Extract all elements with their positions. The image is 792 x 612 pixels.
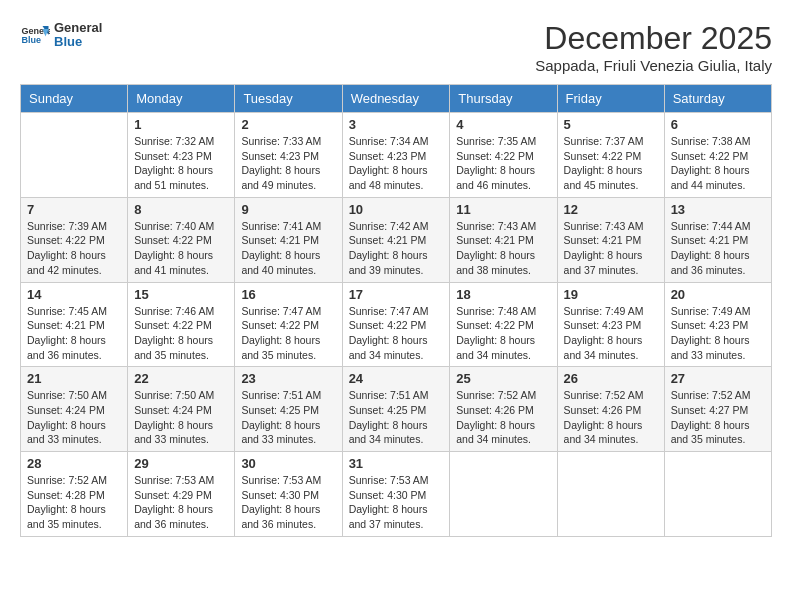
day-info: Sunrise: 7:32 AMSunset: 4:23 PMDaylight:…	[134, 134, 228, 193]
day-info: Sunrise: 7:49 AMSunset: 4:23 PMDaylight:…	[671, 304, 765, 363]
day-number: 22	[134, 371, 228, 386]
day-number: 1	[134, 117, 228, 132]
day-number: 31	[349, 456, 444, 471]
day-number: 12	[564, 202, 658, 217]
logo-icon: General Blue	[20, 20, 50, 50]
calendar-day-cell: 5Sunrise: 7:37 AMSunset: 4:22 PMDaylight…	[557, 113, 664, 198]
day-info: Sunrise: 7:53 AMSunset: 4:29 PMDaylight:…	[134, 473, 228, 532]
day-info: Sunrise: 7:39 AMSunset: 4:22 PMDaylight:…	[27, 219, 121, 278]
day-number: 9	[241, 202, 335, 217]
calendar-day-cell: 1Sunrise: 7:32 AMSunset: 4:23 PMDaylight…	[128, 113, 235, 198]
day-info: Sunrise: 7:49 AMSunset: 4:23 PMDaylight:…	[564, 304, 658, 363]
calendar-day-cell: 4Sunrise: 7:35 AMSunset: 4:22 PMDaylight…	[450, 113, 557, 198]
day-number: 23	[241, 371, 335, 386]
month-title: December 2025	[535, 20, 772, 57]
calendar-day-cell: 14Sunrise: 7:45 AMSunset: 4:21 PMDayligh…	[21, 282, 128, 367]
calendar-day-cell: 12Sunrise: 7:43 AMSunset: 4:21 PMDayligh…	[557, 197, 664, 282]
calendar-day-cell: 7Sunrise: 7:39 AMSunset: 4:22 PMDaylight…	[21, 197, 128, 282]
calendar-table: SundayMondayTuesdayWednesdayThursdayFrid…	[20, 84, 772, 537]
calendar-week-row: 1Sunrise: 7:32 AMSunset: 4:23 PMDaylight…	[21, 113, 772, 198]
day-number: 3	[349, 117, 444, 132]
calendar-day-cell: 15Sunrise: 7:46 AMSunset: 4:22 PMDayligh…	[128, 282, 235, 367]
calendar-week-row: 28Sunrise: 7:52 AMSunset: 4:28 PMDayligh…	[21, 452, 772, 537]
day-info: Sunrise: 7:50 AMSunset: 4:24 PMDaylight:…	[134, 388, 228, 447]
day-info: Sunrise: 7:38 AMSunset: 4:22 PMDaylight:…	[671, 134, 765, 193]
calendar-day-cell	[664, 452, 771, 537]
day-info: Sunrise: 7:53 AMSunset: 4:30 PMDaylight:…	[349, 473, 444, 532]
day-of-week-header: Wednesday	[342, 85, 450, 113]
page-header: General Blue General Blue December 2025 …	[20, 20, 772, 74]
day-number: 19	[564, 287, 658, 302]
title-block: December 2025 Sappada, Friuli Venezia Gi…	[535, 20, 772, 74]
day-of-week-header: Thursday	[450, 85, 557, 113]
day-info: Sunrise: 7:37 AMSunset: 4:22 PMDaylight:…	[564, 134, 658, 193]
day-info: Sunrise: 7:48 AMSunset: 4:22 PMDaylight:…	[456, 304, 550, 363]
day-info: Sunrise: 7:47 AMSunset: 4:22 PMDaylight:…	[349, 304, 444, 363]
day-info: Sunrise: 7:53 AMSunset: 4:30 PMDaylight:…	[241, 473, 335, 532]
day-info: Sunrise: 7:35 AMSunset: 4:22 PMDaylight:…	[456, 134, 550, 193]
calendar-day-cell: 21Sunrise: 7:50 AMSunset: 4:24 PMDayligh…	[21, 367, 128, 452]
day-number: 24	[349, 371, 444, 386]
day-info: Sunrise: 7:52 AMSunset: 4:26 PMDaylight:…	[564, 388, 658, 447]
day-number: 29	[134, 456, 228, 471]
calendar-day-cell: 2Sunrise: 7:33 AMSunset: 4:23 PMDaylight…	[235, 113, 342, 198]
day-info: Sunrise: 7:52 AMSunset: 4:26 PMDaylight:…	[456, 388, 550, 447]
day-number: 7	[27, 202, 121, 217]
calendar-day-cell: 23Sunrise: 7:51 AMSunset: 4:25 PMDayligh…	[235, 367, 342, 452]
logo-general-text: General	[54, 21, 102, 35]
day-number: 18	[456, 287, 550, 302]
day-number: 13	[671, 202, 765, 217]
day-of-week-header: Friday	[557, 85, 664, 113]
day-info: Sunrise: 7:40 AMSunset: 4:22 PMDaylight:…	[134, 219, 228, 278]
day-of-week-header: Tuesday	[235, 85, 342, 113]
day-number: 11	[456, 202, 550, 217]
day-number: 5	[564, 117, 658, 132]
location-title: Sappada, Friuli Venezia Giulia, Italy	[535, 57, 772, 74]
day-info: Sunrise: 7:34 AMSunset: 4:23 PMDaylight:…	[349, 134, 444, 193]
svg-text:Blue: Blue	[22, 35, 42, 45]
calendar-week-row: 21Sunrise: 7:50 AMSunset: 4:24 PMDayligh…	[21, 367, 772, 452]
calendar-day-cell: 29Sunrise: 7:53 AMSunset: 4:29 PMDayligh…	[128, 452, 235, 537]
calendar-day-cell: 11Sunrise: 7:43 AMSunset: 4:21 PMDayligh…	[450, 197, 557, 282]
day-info: Sunrise: 7:43 AMSunset: 4:21 PMDaylight:…	[564, 219, 658, 278]
calendar-day-cell: 25Sunrise: 7:52 AMSunset: 4:26 PMDayligh…	[450, 367, 557, 452]
calendar-day-cell: 9Sunrise: 7:41 AMSunset: 4:21 PMDaylight…	[235, 197, 342, 282]
day-info: Sunrise: 7:50 AMSunset: 4:24 PMDaylight:…	[27, 388, 121, 447]
day-info: Sunrise: 7:47 AMSunset: 4:22 PMDaylight:…	[241, 304, 335, 363]
calendar-day-cell: 8Sunrise: 7:40 AMSunset: 4:22 PMDaylight…	[128, 197, 235, 282]
day-number: 25	[456, 371, 550, 386]
calendar-day-cell: 13Sunrise: 7:44 AMSunset: 4:21 PMDayligh…	[664, 197, 771, 282]
day-number: 16	[241, 287, 335, 302]
day-number: 6	[671, 117, 765, 132]
calendar-week-row: 7Sunrise: 7:39 AMSunset: 4:22 PMDaylight…	[21, 197, 772, 282]
day-info: Sunrise: 7:43 AMSunset: 4:21 PMDaylight:…	[456, 219, 550, 278]
day-info: Sunrise: 7:51 AMSunset: 4:25 PMDaylight:…	[241, 388, 335, 447]
day-number: 28	[27, 456, 121, 471]
day-info: Sunrise: 7:41 AMSunset: 4:21 PMDaylight:…	[241, 219, 335, 278]
day-number: 17	[349, 287, 444, 302]
calendar-day-cell: 31Sunrise: 7:53 AMSunset: 4:30 PMDayligh…	[342, 452, 450, 537]
day-of-week-header: Sunday	[21, 85, 128, 113]
day-number: 10	[349, 202, 444, 217]
day-info: Sunrise: 7:46 AMSunset: 4:22 PMDaylight:…	[134, 304, 228, 363]
calendar-header-row: SundayMondayTuesdayWednesdayThursdayFrid…	[21, 85, 772, 113]
day-info: Sunrise: 7:52 AMSunset: 4:28 PMDaylight:…	[27, 473, 121, 532]
day-number: 26	[564, 371, 658, 386]
calendar-day-cell	[450, 452, 557, 537]
day-number: 30	[241, 456, 335, 471]
day-info: Sunrise: 7:45 AMSunset: 4:21 PMDaylight:…	[27, 304, 121, 363]
calendar-day-cell: 6Sunrise: 7:38 AMSunset: 4:22 PMDaylight…	[664, 113, 771, 198]
calendar-day-cell: 30Sunrise: 7:53 AMSunset: 4:30 PMDayligh…	[235, 452, 342, 537]
day-info: Sunrise: 7:42 AMSunset: 4:21 PMDaylight:…	[349, 219, 444, 278]
day-of-week-header: Saturday	[664, 85, 771, 113]
calendar-day-cell: 18Sunrise: 7:48 AMSunset: 4:22 PMDayligh…	[450, 282, 557, 367]
day-info: Sunrise: 7:44 AMSunset: 4:21 PMDaylight:…	[671, 219, 765, 278]
logo-blue-text: Blue	[54, 35, 102, 49]
calendar-day-cell: 26Sunrise: 7:52 AMSunset: 4:26 PMDayligh…	[557, 367, 664, 452]
calendar-day-cell: 22Sunrise: 7:50 AMSunset: 4:24 PMDayligh…	[128, 367, 235, 452]
day-info: Sunrise: 7:51 AMSunset: 4:25 PMDaylight:…	[349, 388, 444, 447]
calendar-day-cell: 17Sunrise: 7:47 AMSunset: 4:22 PMDayligh…	[342, 282, 450, 367]
calendar-day-cell: 27Sunrise: 7:52 AMSunset: 4:27 PMDayligh…	[664, 367, 771, 452]
calendar-week-row: 14Sunrise: 7:45 AMSunset: 4:21 PMDayligh…	[21, 282, 772, 367]
day-number: 14	[27, 287, 121, 302]
